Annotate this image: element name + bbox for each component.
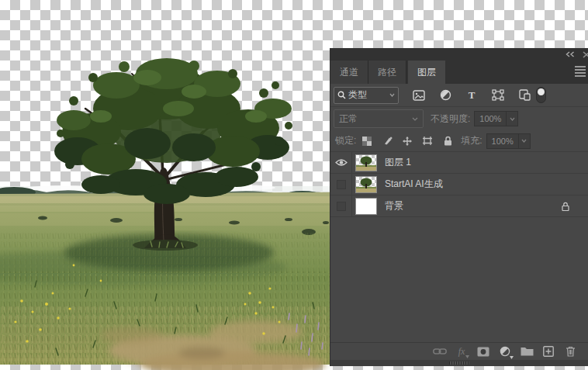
tab-paths[interactable]: 路径 [368,61,406,84]
lock-all-icon[interactable] [441,135,454,147]
lock-row: 锁定: [330,130,588,152]
tab-layers-label: 图层 [417,66,436,79]
fill-label: 填充: [461,134,482,147]
photoshop-workspace: 通道 路径 图层 类型 [0,0,588,370]
fill-value[interactable]: 100% [486,133,519,149]
pixel-layer-filter-icon[interactable] [412,88,426,102]
new-group-folder-icon[interactable] [520,345,534,358]
link-layers-icon[interactable] [433,345,447,358]
eye-icon [335,158,348,167]
visibility-toggle[interactable] [330,152,352,173]
chevron-down-icon [510,117,515,121]
type-layer-filter-icon[interactable]: T [465,88,479,102]
layer-row-background[interactable]: 背景 [330,195,588,217]
layer-locked-icon [562,202,569,211]
lock-image-pixels-icon[interactable] [381,135,393,147]
blend-mode-select[interactable]: 正常 [334,109,424,128]
chevron-down-icon [521,139,527,143]
filter-kind-label: 类型 [348,88,389,102]
toggle-knob [538,88,545,95]
layers-panel: 通道 路径 图层 类型 [330,48,588,366]
opacity-value[interactable]: 100% [474,111,507,126]
visibility-empty-box [337,202,346,211]
tab-paths-label: 路径 [378,66,396,79]
type-letter: T [469,89,476,102]
panel-resize-grip[interactable] [330,360,588,366]
layer-thumbnail[interactable] [355,176,377,193]
lock-artboard-icon[interactable] [421,135,434,147]
opacity-dropdown-button[interactable] [507,111,518,126]
filtering-toggle[interactable] [536,87,546,103]
lock-position-icon[interactable] [401,135,413,147]
opacity-label: 不透明度: [431,112,470,126]
chevron-down-icon [412,117,418,121]
filter-kind-dropdown[interactable]: 类型 [334,87,399,104]
tab-channels-label: 通道 [340,66,358,79]
panel-tab-bar: 通道 路径 图层 [330,61,588,84]
layer-row-layer1[interactable]: 图层 1 [330,152,588,174]
visibility-empty-box [337,180,346,189]
adjustment-layer-filter-icon[interactable] [438,88,452,102]
chevron-down-icon [389,93,395,97]
layer-style-fx-icon[interactable]: fx [455,345,469,358]
lock-transparent-pixels-icon[interactable] [361,135,373,147]
visibility-toggle[interactable] [330,195,352,216]
tab-channels[interactable]: 通道 [330,61,368,84]
new-adjustment-layer-icon[interactable] [498,345,512,358]
blend-mode-row: 正常 不透明度: 100% [330,107,588,130]
smart-object-filter-icon[interactable] [517,88,531,102]
panel-footer: fx [330,342,588,360]
layer-thumbnail[interactable] [355,198,377,215]
lock-label: 锁定: [335,134,356,147]
new-layer-icon[interactable] [541,345,555,358]
blend-mode-value: 正常 [339,112,412,126]
close-panel-icon[interactable] [583,51,588,58]
grip-dots [449,361,469,365]
layer-name: StartAI AI生成 [385,178,588,191]
layer-name: 图层 1 [385,156,588,169]
collapse-panel-icon[interactable] [566,51,575,57]
add-layer-mask-icon[interactable] [476,345,490,358]
layer-name: 背景 [385,199,562,213]
panel-titlebar [330,48,588,61]
fill-dropdown-button[interactable] [519,133,531,149]
shape-layer-filter-icon[interactable] [491,88,505,102]
panel-menu-icon[interactable] [575,66,586,78]
layer-thumbnail[interactable] [355,154,377,171]
search-icon [337,91,346,99]
visibility-toggle[interactable] [330,174,352,195]
layer-row-startai[interactable]: StartAI AI生成 [330,174,588,195]
layers-list: 图层 1 StartAI AI生成 [330,152,588,342]
tab-layers[interactable]: 图层 [408,61,445,84]
layer-filter-row: 类型 [330,84,588,107]
fx-label: fx [458,346,465,358]
delete-layer-icon[interactable] [563,345,577,358]
